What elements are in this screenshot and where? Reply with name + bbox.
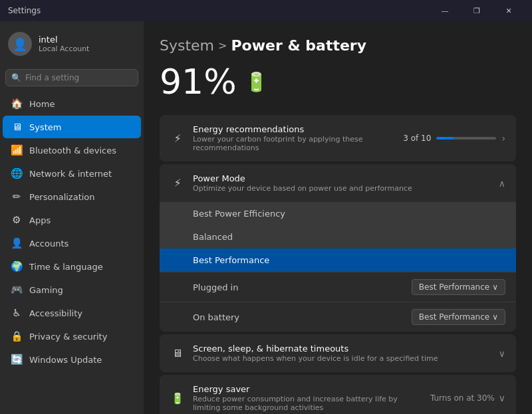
time-icon: 🌍 bbox=[11, 260, 23, 272]
system-icon: 🖥 bbox=[11, 121, 23, 133]
sidebar-item-label: Privacy & security bbox=[29, 332, 107, 342]
accounts-icon: 👤 bbox=[11, 237, 23, 249]
on-battery-label: On battery bbox=[193, 312, 404, 322]
energy-saver-card: 🔋 Energy saver Reduce power consumption … bbox=[160, 375, 516, 414]
power-dropdown: Best Power Efficiency Balanced Best Perf… bbox=[160, 202, 516, 272]
sidebar-item-accounts[interactable]: 👤 Accounts bbox=[3, 232, 141, 255]
sidebar-item-privacy[interactable]: 🔒 Privacy & security bbox=[3, 325, 141, 348]
screen-sleep-chevron: ∨ bbox=[499, 348, 505, 359]
energy-saver-chevron: ∨ bbox=[499, 393, 505, 403]
privacy-icon: 🔒 bbox=[11, 330, 23, 342]
sidebar-item-label: System bbox=[29, 122, 61, 132]
sidebar-item-update[interactable]: 🔄 Windows Update bbox=[3, 348, 141, 371]
sidebar-item-label: Home bbox=[29, 99, 55, 109]
plugged-in-row: Plugged in Best Performance ∨ bbox=[160, 272, 516, 302]
sidebar-item-label: Bluetooth & devices bbox=[29, 146, 116, 155]
accessibility-icon: ♿ bbox=[11, 307, 23, 319]
personalization-icon: ✏️ bbox=[11, 191, 23, 203]
energy-saver-title: Energy saver bbox=[193, 384, 422, 394]
breadcrumb-parent[interactable]: System bbox=[160, 37, 214, 54]
search-box[interactable]: 🔍 bbox=[5, 69, 138, 86]
breadcrumb-current: Power & battery bbox=[231, 37, 366, 54]
on-battery-row: On battery Best Performance ∨ bbox=[160, 302, 516, 332]
search-input[interactable] bbox=[25, 73, 132, 82]
maximize-button[interactable]: ❐ bbox=[462, 0, 492, 21]
battery-display: 91% 🔋 bbox=[160, 62, 516, 102]
energy-recommendations-row[interactable]: ⚡ Energy recommendations Lower your carb… bbox=[160, 115, 516, 161]
sidebar-item-label: Gaming bbox=[29, 285, 63, 295]
sidebar-item-label: Accessibility bbox=[29, 308, 82, 318]
power-mode-icon: ⚡ bbox=[170, 177, 185, 189]
search-icon: 🔍 bbox=[11, 73, 21, 82]
sidebar-item-label: Time & language bbox=[29, 262, 103, 272]
close-button[interactable]: ✕ bbox=[493, 0, 524, 21]
power-option-balanced[interactable]: Balanced bbox=[160, 225, 516, 249]
power-mode-chevron: ∧ bbox=[499, 178, 505, 189]
minimize-button[interactable]: — bbox=[430, 0, 460, 21]
sidebar-item-personalization[interactable]: ✏️ Personalization bbox=[3, 185, 141, 208]
plugged-in-value[interactable]: Best Performance ∨ bbox=[412, 279, 505, 295]
sidebar-item-home[interactable]: 🏠 Home bbox=[3, 92, 141, 115]
energy-saver-text: Energy saver Reduce power consumption an… bbox=[193, 384, 422, 412]
energy-rec-subtitle: Lower your carbon footprint by applying … bbox=[193, 135, 395, 152]
on-battery-selected: Best Performance bbox=[419, 312, 489, 322]
energy-saver-subtitle: Reduce power consumption and increase ba… bbox=[193, 395, 422, 412]
battery-percentage: 91% bbox=[160, 62, 237, 102]
power-option-label: Balanced bbox=[193, 232, 233, 242]
plugged-in-label: Plugged in bbox=[193, 282, 404, 292]
network-icon: 🌐 bbox=[11, 167, 23, 179]
screen-sleep-row[interactable]: 🖥 Screen, sleep, & hibernate timeouts Ch… bbox=[160, 334, 516, 372]
power-mode-subtitle: Optimize your device based on power use … bbox=[193, 184, 491, 193]
sidebar-item-accessibility[interactable]: ♿ Accessibility bbox=[3, 302, 141, 324]
sidebar-item-label: Windows Update bbox=[29, 355, 102, 365]
energy-saver-right: Turns on at 30% ∨ bbox=[430, 393, 505, 403]
energy-rec-progress bbox=[436, 137, 496, 140]
energy-saver-icon: 🔋 bbox=[170, 392, 185, 405]
sidebar-nav: 🏠 Home 🖥 System 📶 Bluetooth & devices 🌐 … bbox=[0, 92, 144, 414]
app-body: 👤 intel Local Account 🔍 🏠 Home 🖥 System … bbox=[0, 21, 532, 414]
titlebar-title: Settings bbox=[8, 6, 430, 15]
screen-sleep-title: Screen, sleep, & hibernate timeouts bbox=[193, 344, 491, 354]
bluetooth-icon: 📶 bbox=[11, 144, 23, 156]
energy-rec-text: Energy recommendations Lower your carbon… bbox=[193, 124, 395, 152]
gaming-icon: 🎮 bbox=[11, 284, 23, 296]
home-icon: 🏠 bbox=[11, 98, 23, 110]
energy-rec-title: Energy recommendations bbox=[193, 124, 395, 134]
user-info: intel Local Account bbox=[39, 35, 89, 53]
energy-rec-progress-fill bbox=[436, 137, 454, 140]
energy-rec-right: 3 of 10 › bbox=[403, 133, 505, 144]
power-option-performance[interactable]: Best Performance bbox=[160, 249, 516, 272]
sidebar-item-apps[interactable]: ⚙️ Apps bbox=[3, 209, 141, 231]
power-option-efficiency[interactable]: Best Power Efficiency bbox=[160, 202, 516, 225]
power-mode-text: Power Mode Optimize your device based on… bbox=[193, 173, 491, 193]
titlebar: Settings — ❐ ✕ bbox=[0, 0, 532, 21]
breadcrumb-separator: > bbox=[218, 39, 227, 52]
on-battery-chevron: ∨ bbox=[492, 312, 498, 322]
plugged-in-chevron: ∨ bbox=[492, 282, 498, 292]
screen-sleep-subtitle: Choose what happens when your device is … bbox=[193, 354, 491, 363]
power-mode-card: ⚡ Power Mode Optimize your device based … bbox=[160, 164, 516, 332]
battery-icon: 🔋 bbox=[245, 71, 268, 93]
sidebar-item-gaming[interactable]: 🎮 Gaming bbox=[3, 278, 141, 301]
energy-rec-chevron: › bbox=[501, 133, 505, 144]
sidebar-item-time[interactable]: 🌍 Time & language bbox=[3, 255, 141, 278]
sidebar-item-network[interactable]: 🌐 Network & internet bbox=[3, 162, 141, 185]
power-option-label: Best Performance bbox=[193, 255, 269, 265]
power-mode-header[interactable]: ⚡ Power Mode Optimize your device based … bbox=[160, 164, 516, 202]
update-icon: 🔄 bbox=[11, 354, 23, 365]
user-profile: 👤 intel Local Account bbox=[0, 21, 144, 66]
energy-saver-row[interactable]: 🔋 Energy saver Reduce power consumption … bbox=[160, 375, 516, 414]
sidebar-item-system[interactable]: 🖥 System bbox=[3, 116, 141, 138]
on-battery-value[interactable]: Best Performance ∨ bbox=[412, 309, 505, 325]
energy-rec-count: 3 of 10 bbox=[403, 134, 431, 143]
sidebar-item-label: Personalization bbox=[29, 192, 95, 202]
screen-sleep-icon: 🖥 bbox=[170, 347, 185, 360]
sidebar-item-bluetooth[interactable]: 📶 Bluetooth & devices bbox=[3, 139, 141, 161]
sidebar-item-label: Network & internet bbox=[29, 169, 112, 179]
screen-sleep-text: Screen, sleep, & hibernate timeouts Choo… bbox=[193, 344, 491, 363]
energy-recommendations-card: ⚡ Energy recommendations Lower your carb… bbox=[160, 115, 516, 161]
sidebar: 👤 intel Local Account 🔍 🏠 Home 🖥 System … bbox=[0, 21, 144, 414]
breadcrumb: System > Power & battery bbox=[160, 37, 516, 54]
content-area: System > Power & battery 91% 🔋 ⚡ Energy … bbox=[144, 21, 532, 414]
power-mode-title: Power Mode bbox=[193, 173, 491, 183]
